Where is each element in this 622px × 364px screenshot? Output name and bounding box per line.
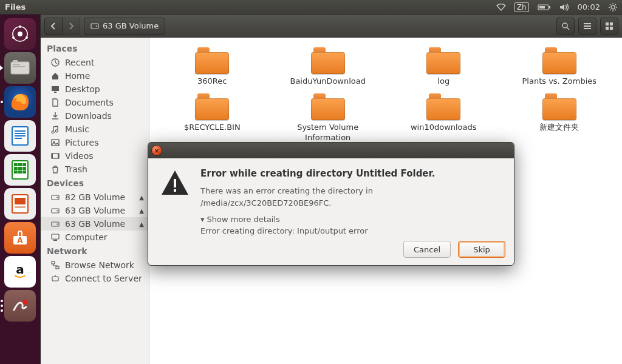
launcher-item-impress[interactable] — [4, 188, 36, 220]
session-gear-icon[interactable] — [609, 3, 617, 12]
launcher-item-files[interactable] — [4, 52, 36, 84]
sidebar-item-recent[interactable]: Recent — [41, 56, 149, 69]
svg-text:a: a — [16, 262, 24, 277]
location-breadcrumb[interactable]: 63 GB Volume — [84, 18, 165, 35]
view-grid-button[interactable] — [600, 18, 618, 35]
svg-rect-76 — [174, 189, 176, 192]
sidebar-heading-places: Places — [41, 41, 149, 56]
sidebar-item-home[interactable]: Home — [41, 69, 149, 83]
svg-rect-52 — [606, 22, 609, 25]
videos-icon — [50, 151, 60, 161]
svg-rect-49 — [584, 23, 591, 24]
network-wifi-icon[interactable] — [496, 4, 506, 11]
folder-item[interactable]: BaiduYunDownload — [270, 46, 386, 87]
sidebar-item-music[interactable]: Music — [41, 123, 149, 136]
sidebar-item-label: Connect to Server — [65, 274, 142, 283]
launcher-item-dash[interactable] — [4, 18, 36, 50]
nav-forward-button[interactable] — [62, 18, 80, 35]
svg-rect-37 — [22, 170, 26, 174]
svg-point-47 — [562, 23, 567, 28]
search-button[interactable] — [556, 18, 575, 35]
sidebar-item-pictures[interactable]: Pictures — [41, 136, 149, 149]
folder-item[interactable]: $RECYCLE.BIN — [154, 92, 270, 144]
folder-label: $RECYCLE.BIN — [184, 123, 241, 132]
svg-rect-63 — [58, 153, 59, 158]
download-icon — [50, 111, 60, 121]
sidebar-item-trash[interactable]: Trash — [41, 163, 149, 176]
volume-icon[interactable] — [559, 3, 569, 12]
sidebar-item-desktop[interactable]: Desktop — [41, 83, 149, 96]
dialog-close-button[interactable]: × — [152, 146, 162, 155]
drive-icon — [50, 192, 60, 202]
pictures-icon — [50, 138, 60, 147]
dialog-expander[interactable]: ▾ Show more details — [200, 215, 280, 224]
sidebar-device-item[interactable]: 63 GB Volume▲ — [41, 217, 149, 231]
folder-item[interactable]: win10downloads — [386, 92, 502, 144]
sidebar-item-label: Desktop — [65, 84, 100, 94]
svg-rect-72 — [52, 261, 55, 264]
eject-icon[interactable]: ▲ — [139, 194, 144, 201]
svg-point-69 — [56, 224, 58, 225]
eject-icon[interactable]: ▲ — [139, 207, 144, 214]
svg-rect-20 — [13, 64, 20, 65]
folder-item[interactable]: 360Rec — [154, 46, 270, 87]
clock-time[interactable]: 00:02 — [578, 2, 600, 12]
svg-rect-25 — [15, 133, 26, 134]
sidebar-device-item[interactable]: 63 GB Volume▲ — [41, 204, 149, 217]
folder-icon — [311, 93, 345, 120]
folder-label: win10downloads — [411, 123, 477, 132]
svg-point-46 — [96, 25, 97, 27]
skip-button[interactable]: Skip — [458, 241, 505, 258]
folder-item[interactable]: log — [386, 46, 502, 87]
svg-text:A: A — [17, 236, 23, 244]
connect-icon — [50, 274, 60, 283]
launcher-item-firefox[interactable] — [4, 86, 36, 118]
view-list-button[interactable] — [578, 18, 596, 35]
sidebar-device-item[interactable]: Computer — [41, 231, 149, 244]
svg-rect-29 — [14, 163, 18, 166]
input-method-indicator[interactable]: Zh — [514, 2, 529, 12]
sidebar-item-videos[interactable]: Videos — [41, 149, 149, 163]
svg-rect-73 — [56, 266, 59, 269]
nav-back-button[interactable] — [44, 18, 63, 35]
folder-label: BaiduYunDownload — [290, 76, 366, 86]
svg-rect-32 — [14, 167, 18, 170]
folder-label: 新建文件夹 — [539, 123, 579, 132]
sidebar-item-documents[interactable]: Documents — [41, 96, 149, 109]
svg-rect-64 — [52, 195, 59, 200]
svg-rect-74 — [52, 277, 58, 281]
eject-icon[interactable]: ▲ — [139, 221, 144, 228]
top-menubar: Files Zh 00:02 — [0, 0, 622, 15]
svg-point-14 — [19, 25, 21, 28]
sidebar-item-downloads[interactable]: Downloads — [41, 109, 149, 123]
battery-icon[interactable] — [538, 4, 551, 11]
svg-line-10 — [615, 4, 617, 5]
svg-rect-55 — [610, 27, 613, 30]
dialog-titlebar[interactable]: × — [148, 143, 514, 158]
drive-icon — [50, 206, 60, 215]
sidebar-network-item[interactable]: Browse Network — [41, 258, 149, 272]
launcher-item-settings[interactable] — [4, 290, 36, 322]
music-icon — [50, 124, 60, 134]
sidebar-network-item[interactable]: Connect to Server — [41, 272, 149, 285]
dialog-title: Error while creating directory Untitled … — [200, 168, 503, 179]
svg-point-16 — [26, 36, 28, 39]
launcher-item-calc[interactable] — [4, 154, 36, 186]
svg-point-67 — [56, 211, 58, 212]
drive-icon — [50, 219, 60, 229]
cancel-button[interactable]: Cancel — [403, 241, 451, 258]
folder-item[interactable]: System Volume Information — [270, 92, 386, 144]
launcher-item-writer[interactable] — [4, 120, 36, 152]
folder-item[interactable]: Plants vs. Zombies — [502, 46, 618, 87]
svg-rect-27 — [15, 138, 22, 139]
sidebar-heading-devices: Devices — [41, 176, 149, 190]
computer-icon — [50, 232, 60, 242]
launcher-item-software[interactable]: A — [4, 222, 36, 254]
dialog-message: There was an error creating the director… — [200, 185, 503, 209]
error-dialog: × Error while creating directory Untitle… — [148, 142, 514, 266]
sidebar-item-label: Computer — [65, 232, 108, 242]
folder-item[interactable]: 新建文件夹 — [502, 92, 618, 144]
svg-point-13 — [18, 32, 22, 36]
launcher-item-amazon[interactable]: a — [4, 256, 36, 288]
sidebar-device-item[interactable]: 82 GB Volume▲ — [41, 190, 149, 204]
